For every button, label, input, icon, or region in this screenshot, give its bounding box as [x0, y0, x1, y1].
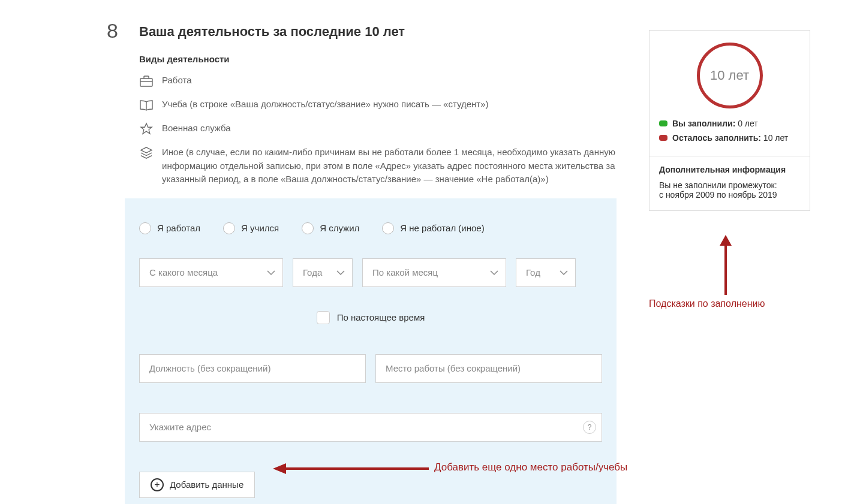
- extra-info-title: Дополнительная информация: [659, 165, 800, 174]
- radio-icon: [139, 222, 151, 234]
- workplace-input[interactable]: Место работы (без сокращений): [375, 354, 602, 383]
- svg-marker-3: [141, 123, 152, 134]
- radio-worked-label: Я работал: [157, 223, 200, 233]
- star-icon: [139, 122, 154, 136]
- present-checkbox-row: По настоящее время: [139, 311, 602, 324]
- chevron-down-icon: [336, 267, 345, 277]
- date-range-row: С какого месяца Года По какой месяц: [139, 258, 602, 287]
- from-month-placeholder: С какого месяца: [149, 267, 218, 277]
- radio-icon: [302, 222, 314, 234]
- position-input[interactable]: Должность (без сокращений): [139, 354, 366, 383]
- activity-military-label: Военная служба: [162, 122, 231, 135]
- svg-rect-0: [140, 79, 152, 86]
- legend-red-icon: [659, 135, 667, 141]
- radio-served[interactable]: Я служил: [302, 222, 359, 234]
- activity-military: Военная служба: [139, 122, 617, 136]
- to-year-select[interactable]: Год: [516, 258, 576, 287]
- stat-remaining: Осталось заполнить: 10 лет: [659, 132, 800, 144]
- chevron-down-icon: [267, 267, 275, 277]
- section-title: Ваша деятельность за последние 10 лет: [139, 18, 617, 40]
- activity-other: Иное (в случае, если по каким-либо причи…: [139, 146, 617, 186]
- briefcase-icon: [139, 74, 154, 88]
- activity-work-label: Работа: [162, 74, 192, 87]
- extra-info-line2: с ноября 2009 по ноябрь 2019: [659, 190, 800, 200]
- progress-ring: 10 лет: [697, 43, 763, 108]
- position-place-row: Должность (без сокращений) Место работы …: [139, 354, 602, 383]
- legend-green-icon: [659, 120, 667, 126]
- activity-study: Учеба (в строке «Ваша должность/статус/з…: [139, 98, 617, 112]
- position-placeholder: Должность (без сокращений): [149, 363, 270, 373]
- subtitle: Виды деятельности: [139, 54, 617, 64]
- stat-filled: Вы заполнили: 0 лет: [659, 118, 800, 130]
- svg-marker-8: [273, 463, 286, 474]
- radio-not-worked-label: Я не работал (иное): [400, 223, 484, 233]
- to-year-placeholder: Год: [526, 267, 540, 277]
- layers-icon: [139, 146, 154, 160]
- activity-work: Работа: [139, 74, 617, 88]
- stat-remaining-label: Осталось заполнить:: [672, 133, 761, 143]
- extra-info-line1: Вы не заполнили промежуток:: [659, 180, 800, 190]
- annotation-add-hint: Добавить еще одно место работы/учебы: [434, 461, 627, 473]
- present-checkbox[interactable]: [317, 311, 330, 324]
- stat-filled-value: 0 лет: [735, 119, 757, 128]
- activity-list: Работа Учеба (в строке «Ваша должность/с…: [139, 74, 617, 186]
- radio-not-worked[interactable]: Я не работал (иное): [382, 222, 484, 234]
- radio-icon: [223, 222, 235, 234]
- annotation-arrow-up-icon: [717, 235, 735, 297]
- from-year-placeholder: Года: [303, 267, 322, 277]
- radio-served-label: Я служил: [320, 223, 359, 233]
- progress-panel: 10 лет Вы заполнили: 0 лет Осталось запо…: [649, 30, 810, 211]
- stat-filled-label: Вы заполнили:: [672, 119, 735, 128]
- address-placeholder: Укажите адрес: [149, 422, 211, 432]
- from-year-select[interactable]: Года: [293, 258, 353, 287]
- activity-other-label: Иное (в случае, если по каким-либо причи…: [162, 146, 617, 186]
- stat-remaining-value: 10 лет: [761, 133, 788, 143]
- question-icon: ?: [588, 423, 592, 431]
- plus-icon: +: [151, 478, 164, 491]
- to-month-placeholder: По какой месяц: [372, 267, 438, 277]
- from-month-select[interactable]: С какого месяца: [139, 258, 283, 287]
- add-entry-label: Добавить данные: [170, 479, 243, 490]
- add-entry-button[interactable]: + Добавить данные: [139, 472, 255, 498]
- annotation-side-hint: Подсказки по заполнению: [649, 298, 765, 309]
- annotation-arrow-left-icon: [273, 461, 429, 478]
- address-help-button[interactable]: ?: [583, 421, 596, 434]
- extra-info-panel: Дополнительная информация Вы не заполнил…: [649, 156, 810, 210]
- svg-marker-6: [720, 235, 732, 246]
- radio-worked[interactable]: Я работал: [139, 222, 200, 234]
- progress-ring-label: 10 лет: [710, 68, 749, 83]
- workplace-placeholder: Место работы (без сокращений): [386, 363, 521, 373]
- chevron-down-icon: [490, 267, 498, 277]
- book-icon: [139, 98, 154, 112]
- chevron-down-icon: [560, 267, 568, 277]
- address-row: Укажите адрес ?: [139, 413, 602, 442]
- activity-type-radio-group: Я работал Я учился Я служил Я не работал…: [139, 222, 602, 234]
- radio-studied[interactable]: Я учился: [223, 222, 279, 234]
- present-checkbox-label: По настоящее время: [337, 312, 425, 322]
- address-input[interactable]: Укажите адрес: [139, 413, 602, 442]
- radio-studied-label: Я учился: [241, 223, 279, 233]
- svg-marker-4: [141, 147, 152, 153]
- entry-form: Я работал Я учился Я служил Я не работал…: [125, 198, 617, 505]
- activity-study-label: Учеба (в строке «Ваша должность/статус/з…: [162, 98, 489, 111]
- side-column: 10 лет Вы заполнили: 0 лет Осталось запо…: [649, 30, 810, 211]
- radio-icon: [382, 222, 394, 234]
- to-month-select[interactable]: По какой месяц: [362, 258, 506, 287]
